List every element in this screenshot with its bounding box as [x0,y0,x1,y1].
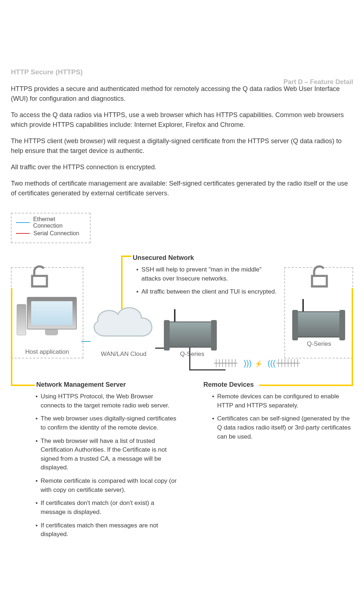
paragraph: All traffic over the HTTPS connection is… [11,162,353,172]
legend-box: Ethernet Connection Serial Connection [11,213,91,243]
bolt-icon: ⚡ [255,360,262,368]
callout-connector [11,288,12,386]
legend-row-ethernet: Ethernet Connection [16,217,86,228]
callout-item: Remote certificate is compared with loca… [37,477,178,494]
callout-item: The web browser uses digitally-signed ce… [37,414,178,432]
node-label-host: Host application [12,348,83,356]
callout-title: Unsecured Network [133,254,278,262]
callout-connector [121,256,131,261]
ethernet-line-icon [16,222,30,223]
legend-label: Ethernet Connection [33,216,86,229]
node-label-qseries: Q-Series [170,351,214,358]
legend-label: Serial Connection [33,230,79,237]
antenna-icon [276,358,305,369]
callout-connector [352,288,353,386]
radio-wave-icon: ((( [268,358,276,368]
callout-item: If certificates don't match (or don't ex… [37,499,178,517]
pc-icon [15,297,80,337]
paragraph: To access the Q data radios via HTTPS, u… [11,110,353,130]
diagram: Ethernet Connection Serial Connection Un… [11,213,353,524]
serial-line-icon [16,233,30,234]
paragraph: Two methods of certificate management ar… [11,179,353,198]
antenna-icon [214,358,243,369]
callout-item: Certificates can be self-signed (generat… [214,414,353,441]
q-series-device-icon [167,322,214,348]
header-part: Part D – Feature Detail [284,78,353,86]
ethernet-link [81,341,91,342]
paragraph: The HTTPS client (web browser) will requ… [11,136,353,156]
legend-row-serial: Serial Connection [16,228,86,239]
link [189,348,190,369]
node-label-wan: WAN/LAN Cloud [93,351,154,358]
paragraph: HTTPS provides a secure and authenticate… [11,84,353,104]
callout-item: If certificates match then messages are … [37,521,178,539]
host-box: Host application [11,267,83,358]
node-label-qseries: Q-Series [297,340,341,348]
lock-open-icon [307,264,332,290]
q-series-device-icon [295,311,342,337]
cloud-icon [87,300,160,347]
section-title: HTTP Secure (HTTPS) [11,68,353,76]
link [189,369,226,370]
radio-wave-icon: ))) [244,358,252,368]
callout-item: Remote devices can be configured to enab… [214,392,353,410]
callout-nms: Network Management Server Using HTTPS Pr… [11,381,178,543]
diagram-nodes: Host application WAN/LAN Cloud Q-Series … [11,278,353,369]
callout-title: Network Management Server [36,381,126,389]
remote-box: Q-Series [284,267,353,358]
callout-item: Using HTTPS Protocol, the Web Browser co… [37,392,178,410]
callout-title: Remote Devices [203,381,254,389]
callout-remote: Remote Devices Remote devices can be con… [203,381,353,543]
callout-item: The web browser will have a list of trus… [37,437,178,473]
lock-open-icon [27,264,52,290]
